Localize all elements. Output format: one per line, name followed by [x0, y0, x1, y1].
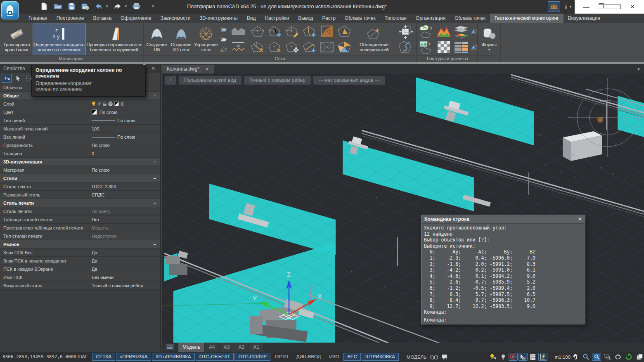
command-input[interactable]: Команда: [421, 316, 585, 324]
property-row[interactable]: Стиль печати − [0, 199, 160, 207]
status-toggle[interactable]: ШТРИХОВКА [362, 353, 399, 361]
property-row[interactable]: Слой 0 [0, 100, 160, 108]
flatten-icon[interactable] [231, 41, 246, 52]
surface-arrow-icon-3[interactable] [220, 46, 228, 52]
orbit-icon[interactable] [613, 353, 623, 361]
select-cursor-icon[interactable] [519, 353, 528, 361]
layout-tab[interactable]: A2 [234, 343, 249, 352]
volume-v1-icon[interactable]: V [470, 28, 478, 35]
open-file-button[interactable] [53, 2, 62, 11]
ribbon-tab[interactable]: Вывод [294, 14, 317, 23]
tower-verticality-button[interactable]: Проверка вертикальности башенных сооруже… [86, 24, 142, 55]
save-all-button[interactable] [80, 2, 90, 11]
ribbon-tab[interactable]: Геотехнический мониторинг [490, 14, 563, 23]
mesh-edit-vertex-button[interactable] [285, 25, 300, 38]
zoom-realtime-icon[interactable] [592, 353, 601, 361]
cloud-to-mesh-icon[interactable] [419, 24, 434, 38]
property-row[interactable]: Визуальный стиль Точный с показом рёбер [0, 282, 160, 290]
regen-icon[interactable] [624, 353, 633, 361]
glasses-icon[interactable] [429, 353, 438, 361]
toolbox-icon[interactable] [548, 1, 560, 12]
property-row[interactable]: Тип линий По слою [0, 116, 160, 125]
layout-tab[interactable]: A3 [220, 343, 234, 352]
scale-indicator[interactable]: m1:100 [555, 355, 571, 360]
crane-beam-tracing-button[interactable]: Трассировка кран-балки [1, 24, 33, 55]
property-row[interactable]: Прозрачность По слою [0, 141, 160, 149]
move-3d-icon[interactable] [397, 25, 414, 40]
profile-icon[interactable] [231, 27, 246, 36]
property-row[interactable]: Имя ПСК Без имени [0, 273, 160, 282]
surface-stack-icon[interactable] [453, 25, 469, 38]
property-row[interactable]: Стиль текста ГОСТ 2.304 [0, 182, 160, 191]
shapes-button[interactable]: Формы ▼ [479, 24, 500, 55]
viewport-control-button[interactable]: --- нет связанных видов --- [313, 76, 385, 85]
command-window-close-icon[interactable]: ✕ [578, 215, 582, 223]
layout-tab[interactable]: A4 [205, 343, 220, 352]
layout-list-icon[interactable] [164, 344, 175, 350]
status-toggle[interactable]: ОРТО [271, 353, 292, 361]
ribbon-tab[interactable]: Зависимости [156, 14, 195, 23]
ribbon-tab[interactable]: Организация [411, 14, 450, 23]
status-toggle[interactable]: ОТС-ПОЛЯР [234, 353, 270, 361]
ribbon-tab[interactable]: Растр [318, 14, 340, 23]
property-row[interactable]: Толщина 0 [0, 149, 160, 158]
property-row[interactable]: Цвет По слою [0, 108, 160, 116]
zoom-icon[interactable] [581, 353, 590, 361]
mesh-clip-button[interactable] [320, 25, 334, 38]
create-tin-button[interactable]: Создание TIN [144, 24, 169, 55]
column-coordinates-button[interactable]: zxy Определение координат колонн по сече… [33, 24, 86, 55]
ribbon-tab[interactable]: Вид [242, 14, 260, 23]
mesh-add-edge-button[interactable] [302, 25, 317, 38]
tab-list-dropdown[interactable]: ▼ [637, 65, 644, 73]
add-to-selection-tool[interactable] [2, 74, 12, 83]
table-rows-icon[interactable] [528, 353, 537, 361]
print-button[interactable] [132, 2, 141, 11]
volume-s-icon[interactable]: S [470, 44, 478, 50]
viewport-control-button[interactable]: Пользовательский вид [179, 76, 242, 85]
calc-table-icon[interactable] [454, 41, 469, 53]
panel-close-icon[interactable]: ✕ [149, 64, 157, 73]
status-toggle[interactable]: оПРИВЯЗКА [116, 353, 152, 361]
checker-texture-icon[interactable] [437, 40, 451, 54]
ribbon-tab[interactable]: Облака точек [340, 14, 380, 23]
no-entry-icon[interactable] [509, 353, 518, 361]
ribbon-tab[interactable]: Топоплан [380, 14, 411, 23]
property-row[interactable]: ПСК в каждом ВЭкране Да [0, 265, 160, 273]
pan-hand-icon[interactable] [571, 353, 580, 361]
viewport-control-button[interactable]: + [165, 76, 176, 85]
mesh-move-vertex-button[interactable] [285, 41, 300, 53]
command-line-window[interactable]: Командная строка ✕ Укажите противоположн… [421, 215, 585, 324]
ribbon-tab[interactable]: Вставка [89, 14, 116, 23]
mesh-delete-edge-button[interactable] [268, 41, 282, 53]
property-row[interactable]: Стили − [0, 174, 160, 182]
ribbon-tab[interactable]: Построение [52, 14, 89, 23]
notification-icon[interactable] [440, 353, 449, 361]
toolbar-options[interactable]: ▼ [152, 5, 155, 8]
property-row[interactable]: Размерный стиль СПДС [0, 191, 160, 199]
status-toggle[interactable]: СЕТКА [92, 353, 115, 361]
undo-dropdown[interactable]: ▼ [105, 5, 109, 8]
property-row[interactable]: Материал По слою [0, 166, 160, 174]
tab-close-icon[interactable]: ✕ [205, 65, 209, 73]
model-space-button[interactable]: МОДЕЛЬ [407, 355, 427, 360]
ribbon-tab[interactable]: Облака точек [450, 14, 490, 23]
document-tab[interactable]: Колонны.dwg* ✕ [162, 65, 214, 73]
command-window-titlebar[interactable]: Командная строка ✕ [421, 215, 585, 224]
model-viewport[interactable]: Z Y X +Пользовательский видТочный с пока… [162, 73, 644, 343]
layout-tab[interactable]: Модель [178, 343, 205, 352]
zoom-window-icon[interactable] [603, 353, 612, 361]
status-toggle[interactable]: ДИН-ВВОД [293, 353, 325, 361]
mesh-color-faces-button[interactable] [337, 41, 352, 53]
property-row[interactable]: Стиль печати По цвету [0, 207, 160, 215]
elevation-map-icon[interactable] [436, 25, 452, 38]
simplify-net-button[interactable]: Упрощение сети [193, 24, 218, 55]
merge-surfaces-button[interactable]: Объединение поверхностей [355, 24, 394, 55]
ribbon-tab[interactable]: Главная [24, 14, 52, 23]
info-menu[interactable]: i ▼ [563, 3, 575, 10]
layout-tab[interactable]: A1 [249, 343, 264, 352]
mesh-axis-button[interactable] [250, 25, 265, 38]
property-row[interactable]: Масштаб типа линий 100 [0, 125, 160, 133]
ucs-dynamic-icon[interactable] [538, 353, 547, 361]
status-toggle[interactable]: ОТС-ОБЪЕКТ [196, 353, 234, 361]
close-button[interactable]: × [621, 0, 644, 14]
